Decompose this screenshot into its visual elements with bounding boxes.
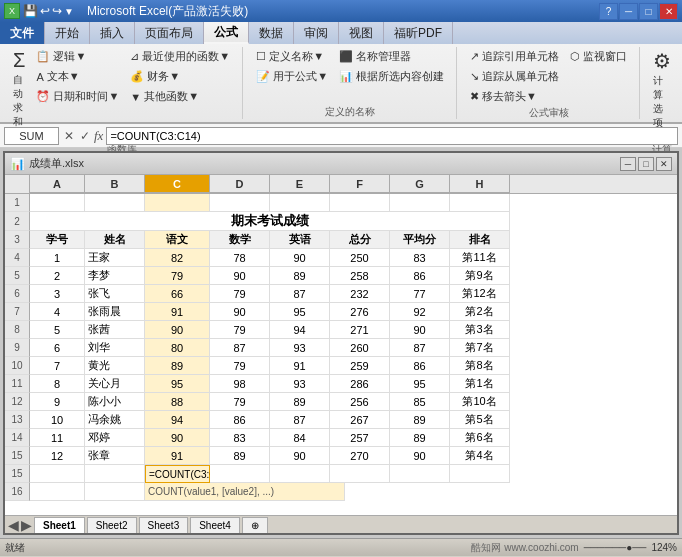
cell-9-A[interactable]: 6 xyxy=(30,339,85,357)
removearrows-button[interactable]: ✖移去箭头▼ xyxy=(466,87,563,106)
cell-5-D[interactable]: 90 xyxy=(210,267,270,285)
cell-12-E[interactable]: 89 xyxy=(270,393,330,411)
cell-6-E[interactable]: 87 xyxy=(270,285,330,303)
cell-14-A[interactable]: 11 xyxy=(30,429,85,447)
more-button[interactable]: ▼其他函数▼ xyxy=(126,87,234,106)
cell-5-H[interactable]: 第9名 xyxy=(450,267,510,285)
minimize-button[interactable]: ─ xyxy=(619,3,638,20)
save-icon[interactable]: 💾 xyxy=(23,4,38,18)
cell-4-H[interactable]: 第11名 xyxy=(450,249,510,267)
cell-15-A[interactable]: 12 xyxy=(30,447,85,465)
cell-13-G[interactable]: 89 xyxy=(390,411,450,429)
tab-insert[interactable]: 插入 xyxy=(90,22,135,44)
col-header-D[interactable]: D xyxy=(210,175,270,193)
cell-11-D[interactable]: 98 xyxy=(210,375,270,393)
tab-file[interactable]: 文件 xyxy=(0,22,45,44)
cell-9-C[interactable]: 80 xyxy=(145,339,210,357)
cell-8-A[interactable]: 5 xyxy=(30,321,85,339)
cell-E1[interactable] xyxy=(270,194,330,212)
tab-foxitpdf[interactable]: 福昕PDF xyxy=(384,22,453,44)
fx-icon[interactable]: fx xyxy=(94,128,103,144)
col-header-A[interactable]: A xyxy=(30,175,85,193)
cell-10-E[interactable]: 91 xyxy=(270,357,330,375)
cell-h-H[interactable]: 排名 xyxy=(450,231,510,249)
cell-5-A[interactable]: 2 xyxy=(30,267,85,285)
cell-4-E[interactable]: 90 xyxy=(270,249,330,267)
cell-13-H[interactable]: 第5名 xyxy=(450,411,510,429)
cell-8-B[interactable]: 张茜 xyxy=(85,321,145,339)
tab-data[interactable]: 数据 xyxy=(249,22,294,44)
cell-15-D[interactable] xyxy=(210,465,270,483)
cell-12-C[interactable]: 88 xyxy=(145,393,210,411)
cell-7-B[interactable]: 张雨晨 xyxy=(85,303,145,321)
cell-4-D[interactable]: 78 xyxy=(210,249,270,267)
cell-15-B[interactable]: 张章 xyxy=(85,447,145,465)
recentfunc-button[interactable]: ⊿最近使用的函数▼ xyxy=(126,47,234,66)
cell-F1[interactable] xyxy=(330,194,390,212)
cell-15-D[interactable]: 89 xyxy=(210,447,270,465)
cell-12-F[interactable]: 256 xyxy=(330,393,390,411)
cell-8-F[interactable]: 271 xyxy=(330,321,390,339)
cell-6-B[interactable]: 张飞 xyxy=(85,285,145,303)
cell-15-E[interactable]: 90 xyxy=(270,447,330,465)
finance-button[interactable]: 💰财务▼ xyxy=(126,67,234,86)
redo-icon[interactable]: ↪ xyxy=(52,4,62,18)
namemanager-button[interactable]: ⬛名称管理器 xyxy=(335,47,448,66)
cell-14-H[interactable]: 第6名 xyxy=(450,429,510,447)
cell-15-A[interactable] xyxy=(30,465,85,483)
cell-15-H[interactable] xyxy=(450,465,510,483)
datetime-button[interactable]: ⏰日期和时间▼ xyxy=(32,87,123,106)
cell-6-D[interactable]: 79 xyxy=(210,285,270,303)
cell-h-C[interactable]: 语文 xyxy=(145,231,210,249)
cell-A1[interactable] xyxy=(30,194,85,212)
sheet-tab-3[interactable]: Sheet3 xyxy=(139,517,189,533)
cell-12-H[interactable]: 第10名 xyxy=(450,393,510,411)
cell-14-E[interactable]: 84 xyxy=(270,429,330,447)
cell-5-F[interactable]: 258 xyxy=(330,267,390,285)
cell-4-G[interactable]: 83 xyxy=(390,249,450,267)
cancel-formula-icon[interactable]: ✕ xyxy=(62,129,76,143)
cell-15-B[interactable] xyxy=(85,465,145,483)
cell-9-D[interactable]: 87 xyxy=(210,339,270,357)
cell-10-G[interactable]: 86 xyxy=(390,357,450,375)
cell-11-A[interactable]: 8 xyxy=(30,375,85,393)
cell-7-A[interactable]: 4 xyxy=(30,303,85,321)
cell-13-C[interactable]: 94 xyxy=(145,411,210,429)
cell-15-H[interactable]: 第4名 xyxy=(450,447,510,465)
cell-7-D[interactable]: 90 xyxy=(210,303,270,321)
cell-9-F[interactable]: 260 xyxy=(330,339,390,357)
cell-7-C[interactable]: 91 xyxy=(145,303,210,321)
confirm-formula-icon[interactable]: ✓ xyxy=(78,129,92,143)
cell-15-G[interactable]: 90 xyxy=(390,447,450,465)
tab-home[interactable]: 开始 xyxy=(45,22,90,44)
cell-G1[interactable] xyxy=(390,194,450,212)
cell-15-F[interactable] xyxy=(330,465,390,483)
excel-maximize-btn[interactable]: □ xyxy=(638,157,654,171)
sheet-tab-4[interactable]: Sheet4 xyxy=(190,517,240,533)
col-header-C[interactable]: C xyxy=(145,175,210,193)
cell-11-C[interactable]: 95 xyxy=(145,375,210,393)
cell-11-H[interactable]: 第1名 xyxy=(450,375,510,393)
cell-h-B[interactable]: 姓名 xyxy=(85,231,145,249)
cell-7-F[interactable]: 276 xyxy=(330,303,390,321)
cell-reference-input[interactable] xyxy=(4,127,59,145)
cell-6-G[interactable]: 77 xyxy=(390,285,450,303)
cell-10-C[interactable]: 89 xyxy=(145,357,210,375)
sheet-tab-2[interactable]: Sheet2 xyxy=(87,517,137,533)
cell-13-F[interactable]: 267 xyxy=(330,411,390,429)
cell-14-G[interactable]: 89 xyxy=(390,429,450,447)
close-button[interactable]: ✕ xyxy=(659,3,678,20)
maximize-button[interactable]: □ xyxy=(639,3,658,20)
cell-11-E[interactable]: 93 xyxy=(270,375,330,393)
cell-10-D[interactable]: 79 xyxy=(210,357,270,375)
cell-15-G[interactable] xyxy=(390,465,450,483)
cell-h-A[interactable]: 学号 xyxy=(30,231,85,249)
cell-15-E[interactable] xyxy=(270,465,330,483)
scroll-sheet-right[interactable]: ▶ xyxy=(21,517,32,533)
cell-4-B[interactable]: 王家 xyxy=(85,249,145,267)
cell-6-A[interactable]: 3 xyxy=(30,285,85,303)
text-button[interactable]: A文本▼ xyxy=(32,67,123,86)
logic-button[interactable]: 📋逻辑▼ xyxy=(32,47,123,66)
cell-4-F[interactable]: 250 xyxy=(330,249,390,267)
cell-D1[interactable] xyxy=(210,194,270,212)
